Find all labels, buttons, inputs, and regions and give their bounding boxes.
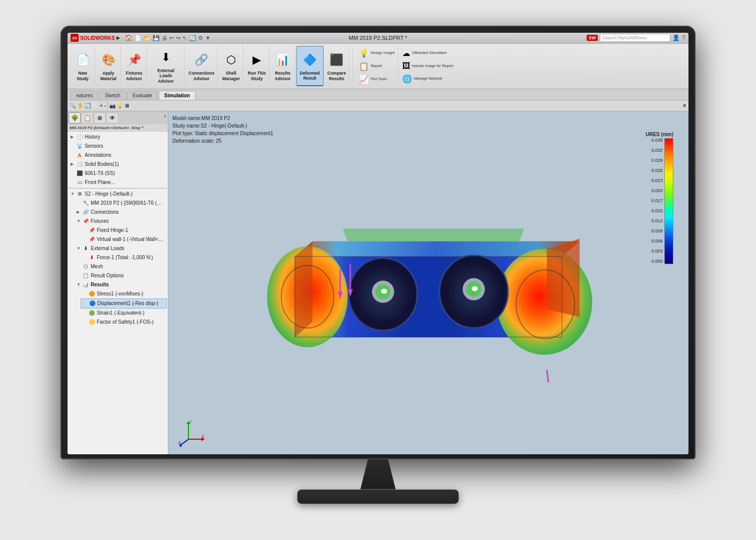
include-image-tool[interactable]: 🖼 Include Image for Report xyxy=(401,61,455,72)
view-camera-icon[interactable]: 📷 xyxy=(109,103,115,108)
home-icon[interactable]: 🏠 xyxy=(125,34,133,41)
tab-sketch[interactable]: Sketch xyxy=(99,91,126,100)
tree-arrow-results: ▼ xyxy=(77,282,82,287)
tree-solid-bodies[interactable]: ▶ ⬜ Solid Bodies(1) xyxy=(69,160,167,169)
annotations-label: Annotations xyxy=(85,152,111,158)
main-toolbar: 📄 NewStudy 🎨 ApplyMaterial 📌 FixturesAdv… xyxy=(68,44,688,89)
sidebar-tab-props[interactable]: 📋 xyxy=(81,112,93,124)
run-study-tool[interactable]: ▶ Run ThisStudy xyxy=(244,46,269,86)
connections-tool[interactable]: 🔗 ConnectionsAdvisor xyxy=(185,46,218,86)
tree-connections[interactable]: ▶ 🔗 Connections xyxy=(75,208,167,217)
3d-model xyxy=(257,191,600,382)
search-box[interactable]: Search MySolidWorks xyxy=(600,34,670,42)
force-icon: ⬇ xyxy=(88,254,96,261)
tab-simulation[interactable]: Simulation xyxy=(159,91,196,100)
redo-icon[interactable]: ↪ xyxy=(176,35,180,41)
tree-history[interactable]: ▶ 🕐 History xyxy=(69,133,167,142)
options-icon[interactable]: ⚙ xyxy=(198,35,203,41)
tree-factor-safety[interactable]: 🟡 Factor of Safety1 (-FOS-) xyxy=(81,318,167,327)
deformed-result-tool[interactable]: 🔷 DeformedResult xyxy=(296,46,324,86)
annotations-icon: A xyxy=(76,152,84,159)
force-arrow-right xyxy=(547,370,552,382)
manage-network-tool[interactable]: 🌐 Manage Network xyxy=(401,73,455,85)
rebuild-icon[interactable]: 🔄 xyxy=(189,35,196,41)
plot-tools-tool[interactable]: 📈 Plot Tools xyxy=(358,74,396,85)
tree-annotations[interactable]: A Annotations xyxy=(69,151,167,160)
tree-sensors[interactable]: 📡 Sensors xyxy=(69,142,167,151)
view-rotate-icon[interactable]: 🔄 xyxy=(85,103,91,108)
sidebar-tab-display[interactable]: 👁 xyxy=(106,112,118,124)
print-icon[interactable]: 🖨 xyxy=(162,35,167,41)
report-label: Report xyxy=(370,64,382,68)
view-light-icon[interactable]: 💡 xyxy=(117,103,123,108)
tree-front-plane[interactable]: ▭ Front Plane... xyxy=(69,178,167,187)
tree-material[interactable]: ⬛ 6061-T6 (SS) xyxy=(69,169,167,178)
tree-virtual-wall[interactable]: 📌 Virtual wall-1 (-Virtual Wall<MM xyxy=(81,235,167,244)
view-zoom-icon[interactable]: 🔍 xyxy=(70,103,76,108)
tree-stress1[interactable]: 🟠 Stress1 (-vonMises-) xyxy=(81,289,167,298)
ext-loads-label: External LoadsAdvisor xyxy=(151,68,181,84)
tree-strain1[interactable]: 🟢 Strain1 (-Equivalent-) xyxy=(81,309,167,318)
tree-fixtures[interactable]: ▼ 📌 Fixtures xyxy=(75,217,167,226)
results-tree-icon: 📊 xyxy=(82,281,90,288)
tree-displacement1[interactable]: 🔵 Displacement1 (-Res disp-) xyxy=(81,298,167,309)
sidebar-tab-tree[interactable]: 🌳 xyxy=(69,112,81,124)
save-icon[interactable]: 💾 xyxy=(153,35,160,41)
user-icon[interactable]: 👤 xyxy=(672,34,680,41)
sidebar-tab-config[interactable]: ⊕ xyxy=(94,112,106,124)
legend-bar xyxy=(664,138,673,264)
ext-loads-tool[interactable]: ⬇ External LoadsAdvisor xyxy=(148,46,184,86)
legend-v2: 0.029 xyxy=(651,158,663,163)
legend-v3: 0.026 xyxy=(651,168,663,173)
close-view-icon[interactable]: ✕ xyxy=(682,103,686,108)
shell-manager-tool[interactable]: ⬡ ShellManager xyxy=(219,46,243,86)
dropdown-icon[interactable]: ▼ xyxy=(205,35,211,41)
new-doc-icon[interactable]: 📄 xyxy=(135,35,142,41)
tree-s2-hinge[interactable]: ▼ ⚙ S2 - Hinge (-Default-) xyxy=(69,190,167,199)
offloaded-sim-tool[interactable]: ☁ Offloaded Simulation xyxy=(401,47,455,59)
tree-result-options[interactable]: 📋 Result Options xyxy=(75,271,167,280)
undo-icon[interactable]: ↩ xyxy=(169,35,174,41)
fixed-hinge-icon: 📌 xyxy=(88,227,96,234)
displacement1-label: Displacement1 (-Res disp-) xyxy=(97,301,158,306)
new-study-tool[interactable]: 📄 NewStudy xyxy=(71,46,95,86)
material-icon: ⬛ xyxy=(76,170,84,177)
tree-force-1[interactable]: ⬇ Force-1 (Total: -1,000 N:) xyxy=(81,253,167,262)
feature-tree[interactable]: ▶ 🕐 History 📡 Sensors A Annota xyxy=(68,132,168,454)
apply-material-tool[interactable]: 🎨 ApplyMaterial xyxy=(96,46,121,86)
results-advisor-tool[interactable]: 📊 ResultsAdvisor xyxy=(271,46,295,86)
view-fit-icon[interactable]: ⬜ xyxy=(92,103,98,108)
sidebar-collapse[interactable]: › xyxy=(163,112,167,124)
tree-ext-loads[interactable]: ▼ ⬇ External Loads xyxy=(75,244,167,253)
open-icon[interactable]: 📂 xyxy=(144,35,151,41)
sidebar-icon-tabs: 🌳 📋 ⊕ 👁 › xyxy=(68,111,168,125)
strain1-label: Strain1 (-Equivalent-) xyxy=(97,310,144,316)
view-pan-icon[interactable]: ✋ xyxy=(77,103,83,108)
tree-results[interactable]: ▼ 📊 Results xyxy=(75,280,167,289)
factor-safety-icon: 🟡 xyxy=(88,319,96,326)
network-group: ☁ Offloaded Simulation 🖼 Include Image f… xyxy=(399,46,457,86)
view-zoom-out-icon[interactable]: - xyxy=(104,103,106,108)
model-info-panel: Model name:MM 2019 P2 Study name:S2 - Hi… xyxy=(172,114,273,145)
view-zoom-in-icon[interactable]: + xyxy=(100,103,103,108)
legend-v4: 0.023 xyxy=(651,178,663,183)
tab-features-label: eatures xyxy=(76,93,93,98)
report-tool[interactable]: 📋 Report xyxy=(358,61,396,72)
cursor-icon[interactable]: ↖ xyxy=(182,35,187,41)
compare-results-tool[interactable]: ⬛ CompareResults xyxy=(325,46,350,86)
tab-features[interactable]: eatures xyxy=(71,91,98,100)
shell-icon: ⬡ xyxy=(222,51,240,69)
view-display-icon[interactable]: 🖥 xyxy=(124,103,130,108)
legend-values: 0.035 0.032 0.029 0.026 0.023 0.020 0.01… xyxy=(651,138,663,264)
fixtures-advisor-tool[interactable]: 📌 FixturesAdvisor xyxy=(122,46,147,86)
3d-viewport[interactable]: Model name:MM 2019 P2 Study name:S2 - Hi… xyxy=(168,111,688,454)
tree-mm2019[interactable]: 🔧 MM 2019 P2 (-[SW]6061-T6 (SS)-) xyxy=(75,199,167,208)
design-insight-tool[interactable]: 💡 Design Insight xyxy=(358,47,396,59)
tree-mesh[interactable]: ⬡ Mesh xyxy=(75,262,167,271)
deformed-label: DeformedResult xyxy=(300,71,320,81)
help-icon[interactable]: ? xyxy=(682,34,685,41)
tree-fixed-hinge[interactable]: 📌 Fixed Hinge-1 xyxy=(81,226,167,235)
sw-brand-name: SOLIDWORKS xyxy=(80,35,115,41)
sw-menu-arrow[interactable]: ▶ xyxy=(116,35,120,40)
tab-evaluate[interactable]: Evaluate xyxy=(127,91,158,100)
